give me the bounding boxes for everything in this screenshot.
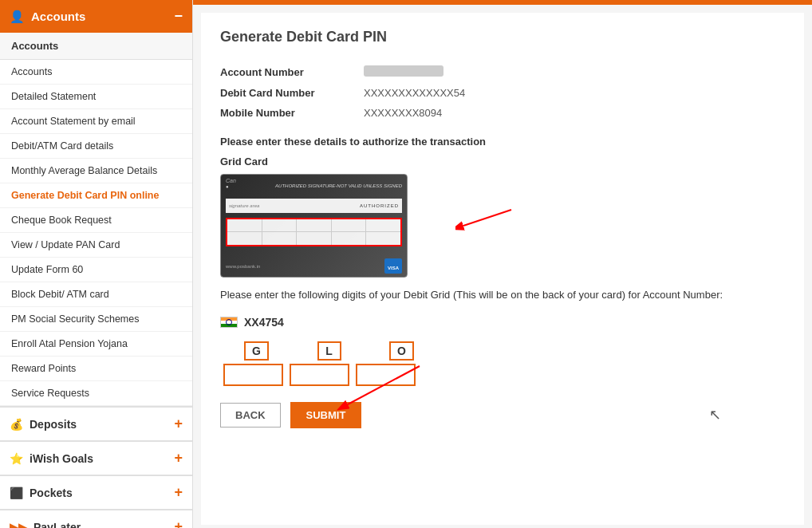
card-image-container: Can ● AUTHORIZED SIGNATURE-NOT VALID UNL…: [220, 174, 475, 278]
deposits-label: Deposits: [30, 418, 77, 431]
india-flag-icon: [220, 317, 238, 328]
paylater-label: PayLater: [34, 521, 81, 529]
sidebar-header[interactable]: 👤 Accounts −: [0, 0, 192, 33]
sidebar-item-debit-atm-details[interactable]: Debit/ATM Card details: [0, 134, 192, 159]
sidebar-item-accounts[interactable]: Accounts: [0, 60, 192, 85]
mobile-label: Mobile Number: [220, 107, 364, 119]
sidebar-item-generate-debit-pin[interactable]: Generate Debit Card PIN online: [0, 183, 192, 208]
accounts-header-icon: 👤: [10, 10, 25, 24]
account-number-value: [364, 65, 443, 79]
sidebar-item-reward-points[interactable]: Reward Points: [0, 357, 192, 381]
buttons-row: BACK SUBMIT ↖: [220, 402, 785, 428]
top-accent-border: [193, 0, 812, 5]
cursor-indicator: ↖: [709, 406, 721, 424]
page-title: Generate Debit Card PIN: [220, 29, 785, 45]
account-number-row: Account Number: [220, 61, 785, 83]
main-content: Generate Debit Card PIN Account Number D…: [193, 0, 812, 528]
iwish-label: iWish Goals: [30, 452, 93, 465]
deposits-expand-icon: +: [174, 416, 183, 432]
mobile-value: XXXXXXXX8094: [364, 107, 442, 119]
back-button[interactable]: BACK: [220, 403, 281, 428]
account-number-label: Account Number: [220, 66, 364, 78]
pockets-icon: ⬛: [10, 487, 23, 499]
red-arrow-card: [455, 198, 519, 238]
sidebar-category-pockets[interactable]: ⬛ Pockets +: [0, 475, 192, 509]
authorize-text: Please enter these details to authorize …: [220, 136, 785, 148]
grid-input-g[interactable]: [223, 364, 283, 386]
debit-card-label: Debit Card Number: [220, 87, 364, 99]
info-table: Account Number Debit Card Number XXXXXXX…: [220, 61, 785, 123]
sidebar-item-atal-pension[interactable]: Enroll Atal Pension Yojana: [0, 332, 192, 357]
enter-digits-text: Please enter the following digits of you…: [220, 287, 785, 303]
sidebar-item-account-statement-email[interactable]: Account Statement by email: [0, 109, 192, 134]
grid-card-image: Can ● AUTHORIZED SIGNATURE-NOT VALID UNL…: [220, 174, 408, 278]
account-flag-row: XX4754: [220, 316, 785, 329]
sidebar-item-detailed-statement[interactable]: Detailed Statement: [0, 85, 192, 109]
sidebar-item-service-requests[interactable]: Service Requests: [0, 381, 192, 406]
sidebar-category-deposits[interactable]: 💰 Deposits +: [0, 406, 192, 440]
sidebar-item-monthly-avg-balance[interactable]: Monthly Average Balance Details: [0, 159, 192, 183]
sidebar-item-update-form-60[interactable]: Update Form 60: [0, 258, 192, 282]
pockets-label: Pockets: [30, 487, 73, 499]
sidebar-category-iwish[interactable]: ⭐ iWish Goals +: [0, 440, 192, 475]
debit-card-row: Debit Card Number XXXXXXXXXXXXX54: [220, 83, 785, 103]
pockets-expand-icon: +: [174, 484, 183, 501]
deposits-icon: 💰: [10, 418, 23, 431]
svg-line-3: [348, 366, 420, 404]
grid-inputs-section: G L O: [220, 341, 785, 386]
sidebar-header-title: Accounts: [31, 10, 85, 23]
sidebar: 👤 Accounts − Accounts Accounts Detailed …: [0, 0, 193, 528]
red-arrow-submit: [324, 358, 428, 414]
account-number-blurred: [364, 65, 443, 77]
iwish-expand-icon: +: [174, 450, 183, 467]
debit-card-value: XXXXXXXXXXXXX54: [364, 87, 465, 99]
sidebar-collapse-icon[interactable]: −: [174, 8, 183, 25]
svg-line-1: [463, 210, 511, 226]
paylater-expand-icon: +: [174, 518, 183, 528]
sidebar-item-pm-social[interactable]: PM Social Security Schemes: [0, 307, 192, 332]
sidebar-item-view-update-pan[interactable]: View / Update PAN Card: [0, 233, 192, 258]
sidebar-category-paylater[interactable]: ▶▶ PayLater +: [0, 509, 192, 528]
grid-col-label-g: G: [223, 341, 290, 361]
mobile-row: Mobile Number XXXXXXXX8094: [220, 103, 785, 123]
grid-card-label: Grid Card: [220, 156, 785, 167]
iwish-icon: ⭐: [10, 452, 23, 465]
sidebar-item-block-debit[interactable]: Block Debit/ ATM card: [0, 282, 192, 307]
sidebar-item-cheque-book[interactable]: Cheque Book Request: [0, 208, 192, 233]
content-area: Generate Debit Card PIN Account Number D…: [201, 13, 804, 525]
paylater-icon: ▶▶: [10, 521, 27, 529]
sidebar-section-accounts: Accounts: [0, 33, 192, 60]
account-short-number: XX4754: [244, 316, 284, 329]
